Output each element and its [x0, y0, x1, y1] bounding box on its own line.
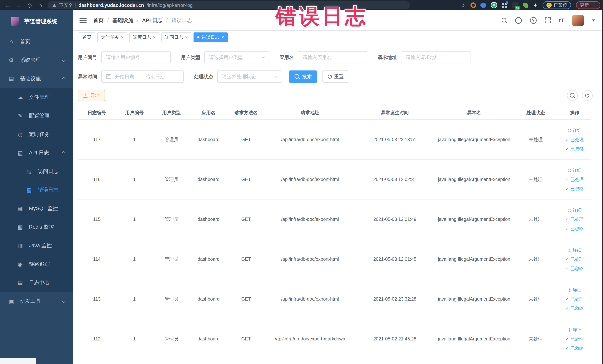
sidebar-item-trace[interactable]: ◉链路追踪	[0, 255, 73, 273]
download-icon	[83, 93, 88, 98]
cell-status: 未处理	[513, 216, 558, 222]
sidebar-item-file[interactable]: ☁文件管理	[0, 88, 73, 106]
extension-grid-icon[interactable]	[502, 2, 508, 8]
search-button[interactable]: 搜索	[289, 70, 317, 83]
action-processed-link[interactable]: ✓已处理	[566, 176, 584, 182]
chevron-down-icon[interactable]	[592, 20, 595, 22]
process-status-select[interactable]: 请选择处理状态	[217, 70, 282, 83]
action-processed-link[interactable]: ✓已处理	[566, 216, 584, 222]
browser-update-button[interactable]: 更新 ⋮	[576, 1, 600, 9]
user-id-input[interactable]	[101, 51, 171, 63]
action-processed-link[interactable]: ✓已处理	[566, 336, 584, 342]
sidebar-item-redis[interactable]: ▩Redis 监控	[0, 218, 73, 236]
hamburger-icon[interactable]	[80, 20, 87, 21]
sidebar-item-errorlog[interactable]: ▧错误日志	[0, 181, 73, 199]
address-bar[interactable]: 不安全 dashboard.yudao.iocoder.cn /infra/lo…	[47, 1, 410, 9]
cell-time: 2021-05-03 12:02:31	[355, 177, 435, 182]
action-ignored-link[interactable]: ✓已忽略	[566, 345, 584, 351]
sidebar-item-logcenter[interactable]: ▤日志中心	[0, 273, 73, 292]
action-detail-link[interactable]: ◎详细	[568, 287, 581, 293]
font-size-icon[interactable]	[559, 17, 564, 23]
request-url-input[interactable]	[401, 51, 470, 63]
breadcrumb-item[interactable]: 基础设施	[113, 17, 133, 24]
user-type-select[interactable]: 请选择用户类型	[204, 51, 269, 63]
extension-orange-icon[interactable]	[470, 2, 476, 8]
tag-home[interactable]: 首页	[79, 33, 95, 42]
exception-time-range-picker[interactable]: 开始日期 - 结束日期	[101, 70, 184, 83]
help-icon[interactable]	[530, 17, 537, 24]
action-label: 详细	[573, 247, 582, 253]
cell-time: 2021-05-02 21:45:28	[355, 336, 435, 341]
browser-menu-kebab-icon[interactable]: ⋮	[592, 2, 596, 8]
action-ignored-link[interactable]: ✓已忽略	[566, 146, 584, 152]
github-icon[interactable]	[515, 17, 522, 24]
action-processed-link[interactable]: ✓已处理	[566, 137, 584, 143]
action-detail-link[interactable]: ◎详细	[568, 247, 581, 253]
extensions-puzzle-icon[interactable]: ✦	[533, 2, 538, 9]
action-label: 已处理	[570, 336, 584, 342]
browser-home-icon[interactable]: ⌂	[35, 2, 46, 9]
action-processed-link[interactable]: ✓已处理	[566, 256, 584, 262]
cell-method: GET	[227, 336, 265, 341]
action-detail-link[interactable]: ◎详细	[568, 327, 581, 333]
cell-app: dashboard	[190, 137, 227, 142]
cell-id: 113	[78, 296, 116, 302]
tag-job[interactable]: 定时任务×	[97, 33, 127, 42]
sidebar-item-label: 首页	[20, 38, 30, 45]
reset-button[interactable]: 重置	[322, 70, 349, 83]
app-name-input[interactable]	[298, 51, 367, 63]
user-avatar[interactable]	[572, 15, 584, 26]
action-ignored-link[interactable]: ✓已忽略	[566, 226, 584, 232]
breadcrumb-item[interactable]: 首页	[93, 17, 104, 24]
extension-leaf-icon[interactable]	[523, 3, 528, 8]
breadcrumb-item[interactable]: API 日志	[142, 17, 162, 24]
refresh-table-button[interactable]	[582, 90, 593, 101]
fullscreen-icon[interactable]	[545, 17, 551, 23]
sidebar-item-java[interactable]: ▥Java 监控	[0, 236, 73, 255]
sidebar-item-infra[interactable]: ▤基础设施	[0, 69, 73, 88]
action-ignored-link[interactable]: ✓已忽略	[566, 266, 584, 271]
extension-switch-on-icon[interactable]	[512, 2, 518, 8]
browser-forward-icon[interactable]: →	[13, 2, 24, 9]
sidebar-logo[interactable]: 芋道管理系统	[0, 10, 73, 32]
tag-error-log[interactable]: 错误日志×	[194, 33, 228, 42]
close-icon[interactable]: ×	[222, 35, 224, 39]
action-label: 已忽略	[570, 305, 584, 311]
sidebar-item-accesslog[interactable]: ▨访问日志	[0, 162, 73, 181]
sidebar-item-tools[interactable]: ▣研发工具	[0, 292, 73, 310]
browser-back-icon[interactable]: ←	[3, 2, 13, 9]
sidebar-item-mysql[interactable]: ▦MySQL 监控	[0, 199, 73, 218]
action-ignored-link[interactable]: ✓已忽略	[566, 305, 584, 311]
cell-url: /api/infra/db-doc/export-html	[265, 137, 355, 142]
action-label: 已处理	[570, 137, 584, 143]
not-secure-warning-icon	[52, 3, 56, 7]
browser-reload-icon[interactable]	[24, 2, 35, 9]
sidebar-item-config[interactable]: ✎配置管理	[0, 106, 73, 125]
filter-row-1: 用户编号 用户类型 请选择用户类型 应用名 请求地址	[78, 51, 593, 63]
close-icon[interactable]: ×	[153, 35, 156, 39]
sidebar-item-system[interactable]: ⚙系统管理	[0, 51, 73, 69]
sidebar-item-apilog[interactable]: ▧API 日志	[0, 143, 73, 162]
action-detail-link[interactable]: ◎详细	[568, 207, 581, 213]
bookmark-star-icon[interactable]: ☆	[461, 2, 466, 9]
chevron-down-icon	[62, 299, 66, 303]
tag-access-log[interactable]: 访问日志×	[162, 33, 191, 42]
action-ignored-link[interactable]: ✓已忽略	[566, 186, 584, 192]
sidebar-item-home[interactable]: ⌂首页	[0, 32, 73, 51]
action-detail-link[interactable]: ◎详细	[568, 127, 581, 133]
close-icon[interactable]: ×	[121, 35, 123, 39]
sidebar-item-job[interactable]: ◷定时任务	[0, 125, 73, 143]
search-icon[interactable]	[501, 18, 507, 23]
action-detail-link[interactable]: ◎详细	[568, 167, 581, 173]
extension-blue-icon[interactable]	[480, 1, 487, 9]
toggle-search-button[interactable]	[567, 90, 578, 101]
tag-job-log[interactable]: 调度日志×	[129, 33, 159, 42]
check-icon: ✓	[566, 337, 569, 341]
extension-green-v-icon[interactable]	[491, 2, 497, 8]
close-icon[interactable]: ×	[185, 35, 188, 39]
paused-extension-pill[interactable]: ☺ 已暂停	[543, 1, 571, 9]
export-button[interactable]: 导出	[78, 90, 105, 101]
action-processed-link[interactable]: ✓已处理	[566, 296, 584, 302]
action-label: 已忽略	[570, 345, 584, 351]
redis-icon: ▩	[17, 224, 24, 230]
